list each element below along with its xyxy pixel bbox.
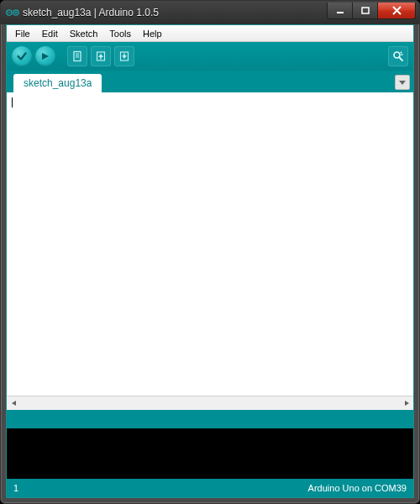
svg-marker-25 [12, 401, 16, 406]
svg-marker-9 [42, 53, 49, 60]
open-button[interactable] [91, 46, 111, 66]
menu-tools[interactable]: Tools [104, 27, 136, 40]
menu-edit[interactable]: Edit [37, 27, 63, 40]
menu-sketch[interactable]: Sketch [65, 27, 103, 40]
menu-bar: File Edit Sketch Tools Help [7, 25, 413, 42]
scroll-right-arrow-icon[interactable] [399, 396, 413, 411]
menu-help[interactable]: Help [138, 27, 167, 40]
tab-menu-button[interactable] [395, 75, 410, 90]
horizontal-scrollbar[interactable] [7, 396, 413, 410]
svg-line-21 [399, 57, 402, 60]
scroll-left-arrow-icon[interactable] [7, 396, 21, 411]
save-button[interactable] [114, 46, 134, 66]
new-button[interactable] [67, 46, 87, 66]
status-board-port: Arduino Uno on COM39 [308, 483, 407, 493]
arrow-right-icon [39, 50, 51, 62]
message-bar [7, 410, 413, 428]
file-icon [71, 50, 83, 62]
window-controls [327, 3, 416, 19]
svg-marker-24 [399, 81, 406, 85]
client-area: File Edit Sketch Tools Help [6, 24, 414, 498]
close-button[interactable] [377, 3, 416, 19]
tab-label: sketch_aug13a [24, 77, 92, 89]
arrow-up-icon [95, 50, 107, 62]
svg-rect-6 [362, 8, 369, 13]
minimize-button[interactable] [327, 3, 352, 19]
tab-sketch[interactable]: sketch_aug13a [13, 74, 102, 92]
serial-monitor-icon [391, 50, 405, 63]
upload-button[interactable] [35, 46, 55, 66]
svg-rect-10 [74, 52, 81, 61]
titlebar[interactable]: sketch_aug13a | Arduino 1.0.5 [1, 1, 419, 24]
maximize-button[interactable] [352, 3, 377, 19]
check-icon [16, 50, 28, 62]
console-output[interactable] [7, 428, 413, 479]
verify-button[interactable] [12, 46, 32, 66]
svg-marker-26 [405, 401, 409, 406]
text-cursor [12, 97, 13, 108]
app-window: sketch_aug13a | Arduino 1.0.5 File Edit … [0, 0, 420, 504]
serial-monitor-button[interactable] [388, 46, 408, 66]
window-title: sketch_aug13a | Arduino 1.0.5 [23, 7, 159, 18]
svg-line-7 [393, 7, 401, 14]
chevron-down-icon [398, 78, 407, 87]
svg-line-8 [393, 7, 401, 14]
tab-bar: sketch_aug13a [7, 71, 413, 92]
arrow-down-icon [118, 50, 130, 62]
code-editor[interactable] [7, 92, 413, 410]
arduino-logo-icon [6, 6, 19, 19]
code-content[interactable] [7, 92, 413, 396]
svg-point-22 [401, 52, 402, 54]
status-bar: 1 Arduino Uno on COM39 [7, 479, 413, 497]
status-line-number: 1 [13, 483, 18, 493]
menu-file[interactable]: File [10, 27, 35, 40]
toolbar [7, 42, 413, 71]
svg-point-23 [402, 54, 403, 55]
